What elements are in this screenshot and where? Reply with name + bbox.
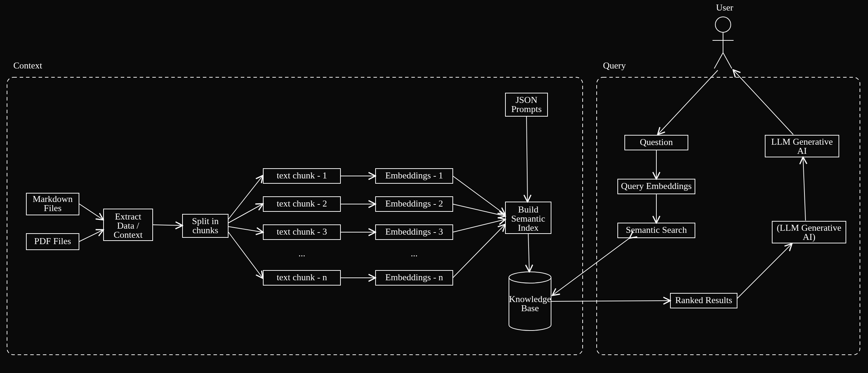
arrow-embn-build	[453, 225, 505, 278]
node-chunk2: text chunk - 2	[263, 197, 340, 211]
arrow-build-kb	[528, 234, 529, 271]
svg-text:Embeddings - n: Embeddings - n	[385, 272, 443, 282]
arrow-split-chunk3	[228, 227, 263, 232]
node-emb3: Embeddings - 3	[376, 225, 453, 240]
svg-text:(LLM GenerativeAI): (LLM GenerativeAI)	[777, 223, 841, 242]
svg-point-38	[509, 272, 551, 283]
context-group-frame	[7, 77, 583, 355]
arrow-emb1-build	[453, 176, 505, 214]
svg-point-0	[715, 17, 731, 32]
node-emb1: Embeddings - 1	[376, 169, 453, 183]
svg-text:text chunk - 3: text chunk - 3	[277, 227, 327, 237]
context-group-label: Context	[13, 60, 42, 71]
node-json: JSONPrompts JSON Prompts	[505, 93, 548, 116]
node-markdown: MarkdownFiles Markdown Files	[26, 193, 79, 215]
arrow-ranked-llm2	[737, 244, 791, 299]
svg-text:PDF Files: PDF Files	[34, 236, 71, 246]
arrow-semsearch-kb	[553, 238, 630, 295]
node-semsearch: Semantic Search	[618, 223, 695, 238]
node-pdf: PDF Files	[26, 234, 79, 250]
arrow-llm-user	[734, 70, 793, 135]
node-ranked: Ranked Results	[670, 293, 737, 308]
query-group-frame	[597, 77, 860, 355]
query-group-label: Query	[603, 60, 626, 71]
node-question: Question	[625, 135, 688, 150]
svg-text:Embeddings - 2: Embeddings - 2	[385, 198, 443, 209]
arrow-split-chunkn	[228, 232, 263, 278]
svg-text:text chunk - 2: text chunk - 2	[277, 198, 327, 209]
svg-text:ExtractData /Context: ExtractData /Context	[114, 211, 143, 240]
arrow-user-question	[658, 70, 718, 134]
svg-text:LLM GenerativeAI: LLM GenerativeAI	[771, 137, 833, 156]
arrow-pdf-extract	[79, 230, 103, 242]
node-build: BuildSemanticIndex Build Semantic Index	[505, 202, 551, 234]
node-emb2: Embeddings - 2	[376, 197, 453, 211]
arrow-split-chunk1	[228, 176, 263, 220]
node-kb: KnowledgeBase Knowledge Base	[509, 272, 551, 331]
svg-text:JSONPrompts: JSONPrompts	[511, 95, 542, 114]
svg-text:text chunk - 1: text chunk - 1	[277, 170, 327, 181]
svg-text:MarkdownFiles: MarkdownFiles	[33, 194, 73, 213]
arrow-kb-ranked	[551, 301, 670, 301]
svg-text:BuildSemanticIndex: BuildSemanticIndex	[511, 204, 545, 233]
svg-text:Query Embeddings: Query Embeddings	[621, 181, 691, 191]
svg-text:text chunk - n: text chunk - n	[277, 272, 327, 282]
svg-text:Embeddings - 1: Embeddings - 1	[385, 170, 443, 181]
node-llmgen: LLM GenerativeAI LLM Generative AI	[765, 135, 839, 157]
svg-text:KnowledgeBase: KnowledgeBase	[509, 294, 551, 313]
svg-line-4	[723, 53, 732, 68]
arrow-md-extract	[79, 204, 103, 220]
node-extract: ExtractData /Context Extract Data / Cont…	[104, 209, 153, 241]
arrow-llm2-llm	[803, 158, 806, 221]
node-llmgen2: (LLM GenerativeAI) (LLM Generative AI)	[772, 221, 846, 243]
node-split: Split inchunks Split in chunks	[183, 214, 228, 237]
svg-line-3	[714, 53, 723, 68]
node-chunk1: text chunk - 1	[263, 169, 340, 183]
chunk-ellipsis: ...	[298, 248, 305, 259]
arrow-extract-split	[153, 225, 182, 225]
node-chunkn: text chunk - n	[263, 270, 340, 285]
node-chunk3: text chunk - 3	[263, 225, 340, 240]
node-qemb: Query Embeddings	[618, 179, 695, 194]
user-label: User	[716, 2, 733, 13]
svg-text:Ranked Results: Ranked Results	[675, 295, 733, 305]
arrow-emb3-build	[453, 220, 505, 232]
svg-text:Semantic Search: Semantic Search	[626, 225, 687, 235]
arrow-emb2-build	[453, 204, 505, 216]
svg-text:Split inchunks: Split inchunks	[192, 216, 219, 235]
svg-text:Question: Question	[640, 137, 673, 147]
user-icon	[713, 17, 734, 68]
node-embn: Embeddings - n	[376, 270, 453, 285]
arrow-json-build	[526, 116, 528, 201]
emb-ellipsis: ...	[411, 248, 418, 259]
svg-text:Embeddings - 3: Embeddings - 3	[385, 227, 443, 237]
